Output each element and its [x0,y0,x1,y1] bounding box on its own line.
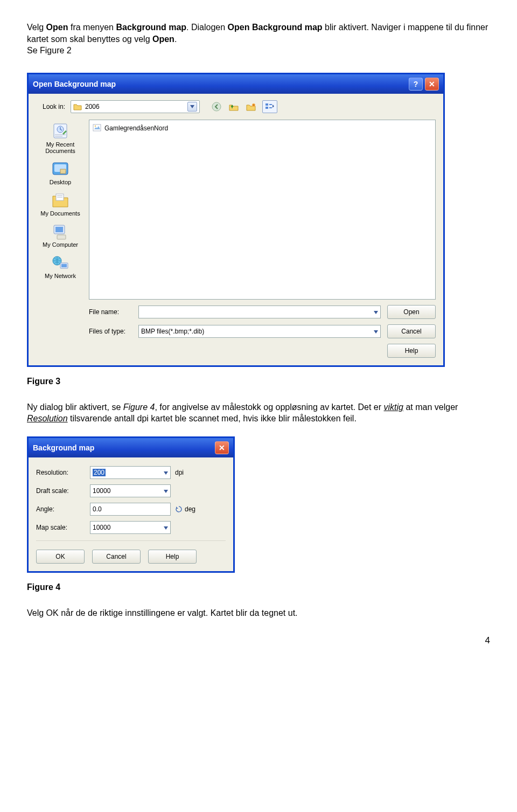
dialog-title: Background map [33,443,94,452]
map-scale-label: Map scale: [36,524,86,531]
paragraph-2: Ny dialog blir aktivert, se Figure 4, fo… [27,401,490,425]
svg-rect-2 [266,103,268,106]
draft-scale-label: Draft scale: [36,487,86,495]
view-mode-dropdown[interactable] [262,100,277,113]
image-file-icon [93,123,101,134]
svg-rect-13 [55,227,63,232]
chevron-down-icon [187,102,197,112]
resolution-input[interactable]: 200 [90,466,171,479]
titlebar: Background map ✕ [29,438,233,457]
svg-rect-10 [60,169,66,173]
ok-button[interactable]: OK [36,550,85,564]
figure-3-caption: Figure 3 [27,377,490,386]
look-in-dropdown[interactable]: 2006 [71,100,200,113]
list-item[interactable]: GamlegrendåsenNord [93,123,432,134]
open-button[interactable]: Open [387,305,436,319]
svg-rect-5 [269,107,272,108]
place-computer[interactable]: My Computer [37,220,84,250]
file-listing[interactable]: GamlegrendåsenNord [89,120,436,300]
help-button[interactable]: Help [387,344,436,358]
svg-rect-3 [266,107,268,109]
map-scale-input[interactable]: 10000 [90,521,171,534]
dpi-unit: dpi [175,469,197,476]
help-button[interactable]: Help [148,550,197,564]
svg-rect-14 [57,235,66,239]
svg-point-0 [212,102,221,111]
svg-point-19 [95,126,96,127]
look-in-value: 2006 [85,103,100,110]
resolution-label: Resolution: [36,469,86,476]
outro-paragraph: Velg OK når de de riktige innstillingene… [27,607,490,619]
figure-4-caption: Figure 4 [27,582,490,592]
place-documents[interactable]: My Documents [37,189,84,219]
back-icon[interactable] [211,101,222,113]
places-bar: My Recent Documents Desktop My Documents… [36,120,85,358]
svg-rect-4 [269,104,272,105]
chevron-down-icon [374,328,378,335]
intro-paragraph: Velg Open fra menyen Background map. Dia… [27,22,490,57]
svg-rect-17 [61,264,67,267]
chevron-down-icon [164,524,168,531]
draft-scale-input[interactable]: 10000 [90,484,171,497]
angle-input[interactable]: 0.0 [90,503,171,516]
titlebar: Open Background map ? ✕ [29,74,443,94]
place-recent[interactable]: My Recent Documents [37,120,84,156]
deg-unit: deg [185,505,195,513]
dialog-title: Open Background map [33,80,116,88]
filename-label: File name: [89,308,132,316]
background-map-dialog: Background map ✕ Resolution: 200 dpi Dra… [27,436,235,573]
cancel-button[interactable]: Cancel [92,550,141,564]
chevron-down-icon [164,487,168,495]
folder-icon [73,103,82,110]
refresh-icon[interactable] [175,505,183,513]
open-background-map-dialog: Open Background map ? ✕ Look in: 2006 [27,73,445,367]
cancel-button[interactable]: Cancel [387,324,436,338]
chevron-down-icon [374,308,378,316]
close-icon[interactable]: ✕ [425,78,439,91]
look-in-label: Look in: [36,103,65,110]
filename-input[interactable] [138,306,381,318]
help-icon[interactable]: ? [409,78,423,91]
filetype-dropdown[interactable]: BMP files(*.bmp;*.dib) [138,325,381,338]
new-folder-icon[interactable] [245,101,257,113]
up-folder-icon[interactable] [228,101,240,113]
page-number: 4 [27,635,490,646]
svg-rect-18 [93,124,101,131]
place-desktop[interactable]: Desktop [37,157,84,188]
filetype-label: Files of type: [89,328,132,335]
close-icon[interactable]: ✕ [215,441,229,454]
angle-label: Angle: [36,505,86,513]
place-network[interactable]: My Network [37,251,84,281]
chevron-down-icon [164,469,168,476]
